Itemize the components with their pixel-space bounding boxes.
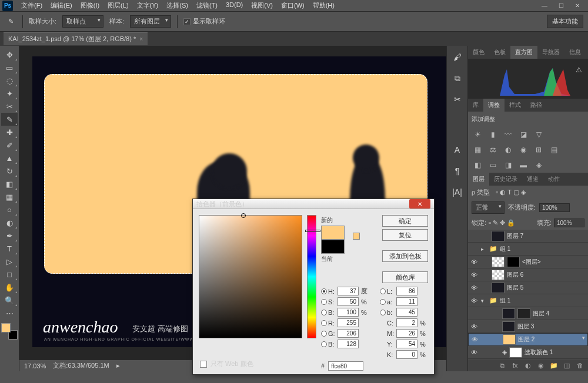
h-input[interactable]: [338, 287, 359, 295]
lock-icons[interactable]: ▫ ✎ ✥ 🔒: [489, 219, 515, 227]
zoom-tool[interactable]: 🔍: [1, 294, 18, 307]
close-button[interactable]: ✕: [569, 1, 586, 11]
s-input[interactable]: [338, 297, 359, 306]
curves-icon[interactable]: 〰: [502, 129, 514, 140]
visibility-icon[interactable]: 👁: [469, 284, 479, 291]
tab-color[interactable]: 颜色: [468, 46, 489, 59]
crop-tool[interactable]: ✂: [1, 100, 18, 113]
invert-icon[interactable]: ◧: [472, 160, 483, 170]
fill-input[interactable]: 100%: [554, 219, 584, 227]
dock-brush-icon[interactable]: 🖌: [450, 49, 465, 65]
sample-size-select[interactable]: 取样点: [62, 15, 103, 28]
layer-row[interactable]: 👁图层 6: [468, 268, 588, 281]
lasso-tool[interactable]: ◌: [1, 74, 18, 87]
l-radio[interactable]: [380, 288, 386, 294]
layer-group-row[interactable]: 👁▾📁组 1: [468, 294, 588, 307]
g-input[interactable]: [338, 329, 359, 338]
lab-b-input[interactable]: [396, 308, 417, 317]
path-select-tool[interactable]: ▷: [1, 255, 18, 268]
new-icon[interactable]: ◫: [561, 361, 573, 370]
blend-mode-select[interactable]: 正常: [472, 201, 505, 214]
hand-tool[interactable]: ✋: [1, 281, 18, 294]
current-color-swatch[interactable]: [321, 240, 345, 254]
layer-row[interactable]: 👁◈选取颜色 1: [468, 346, 588, 359]
show-ring-checkbox[interactable]: ✓ 显示取样环: [183, 17, 225, 26]
menu-edit[interactable]: 编辑(E): [47, 0, 76, 11]
status-arrow[interactable]: ▸: [116, 362, 120, 369]
vibrance-icon[interactable]: ▽: [533, 129, 544, 140]
history-brush-tool[interactable]: ↻: [1, 164, 18, 177]
menu-window[interactable]: 窗口(W): [278, 0, 308, 11]
dialog-title-bar[interactable]: 拾色器（前景色） ✕: [193, 199, 434, 209]
m-input[interactable]: [396, 329, 417, 338]
brush-tool[interactable]: ✐: [1, 139, 18, 152]
pen-tool[interactable]: ✒: [1, 229, 18, 242]
layer-row[interactable]: 图层 4: [468, 307, 588, 320]
fx-icon[interactable]: fx: [509, 361, 521, 370]
r-input[interactable]: [338, 318, 359, 327]
shape-tool[interactable]: □: [1, 268, 18, 281]
reset-button[interactable]: 复位: [382, 229, 428, 241]
visibility-icon[interactable]: 👁: [469, 271, 479, 278]
hue-cursor[interactable]: [305, 230, 320, 232]
gradient-tool[interactable]: ▦: [1, 190, 18, 203]
poster-icon[interactable]: ▭: [487, 160, 499, 170]
gradient-map-icon[interactable]: ▬: [517, 160, 529, 170]
menu-help[interactable]: 帮助(H): [309, 0, 338, 11]
saturation-field[interactable]: [199, 215, 302, 338]
color-cursor[interactable]: [241, 213, 246, 218]
color-swatches[interactable]: [1, 323, 18, 340]
dock-glyph-icon[interactable]: |A|: [450, 184, 465, 200]
opacity-input[interactable]: 100%: [539, 203, 570, 212]
visibility-icon[interactable]: 👁: [470, 336, 479, 343]
close-tab-icon[interactable]: ×: [139, 36, 143, 42]
balance-icon[interactable]: ⚖: [487, 145, 499, 155]
threshold-icon[interactable]: ◨: [502, 160, 514, 170]
photo-filter-icon[interactable]: ◉: [517, 145, 529, 155]
menu-filter[interactable]: 滤镜(T): [193, 0, 221, 11]
mask-icon[interactable]: ◐: [522, 361, 534, 370]
dock-para-icon[interactable]: ¶: [450, 163, 465, 179]
hex-input[interactable]: [328, 361, 363, 371]
y-input[interactable]: [396, 340, 417, 348]
eraser-tool[interactable]: ◧: [1, 177, 18, 190]
r-radio[interactable]: [321, 320, 327, 326]
tab-actions[interactable]: 动作: [543, 173, 564, 186]
menu-view[interactable]: 视图(V): [248, 0, 276, 11]
layer-row-selected[interactable]: 👁图层 2: [468, 333, 588, 346]
tab-channels[interactable]: 通道: [522, 173, 543, 186]
a-input[interactable]: [396, 297, 417, 306]
blue-radio[interactable]: [321, 341, 327, 347]
dock-tools-icon[interactable]: ✂: [450, 92, 465, 107]
layer-row[interactable]: 👁图层 3: [468, 320, 588, 333]
menu-layer[interactable]: 图层(L): [104, 0, 132, 11]
sample-select[interactable]: 所有图层: [130, 15, 171, 28]
exposure-icon[interactable]: ◪: [517, 129, 529, 140]
maximize-button[interactable]: ☐: [553, 1, 569, 11]
b-input[interactable]: [338, 308, 359, 317]
layer-row[interactable]: 👁图层 5: [468, 281, 588, 294]
tab-styles[interactable]: 样式: [505, 99, 526, 112]
l-input[interactable]: [396, 287, 417, 295]
eyedropper-tool[interactable]: ✎: [1, 113, 18, 126]
blur-tool[interactable]: ○: [1, 203, 18, 216]
visibility-icon[interactable]: 👁: [469, 258, 479, 266]
type-tool[interactable]: T: [1, 242, 18, 255]
visibility-icon[interactable]: 👁: [469, 349, 479, 356]
g-radio[interactable]: [321, 331, 327, 337]
link-icon[interactable]: ⧉: [496, 361, 508, 370]
gamut-swatch[interactable]: [353, 233, 360, 240]
tab-info[interactable]: 信息: [564, 46, 586, 59]
menu-3d[interactable]: 3D(D): [222, 0, 246, 11]
mixer-icon[interactable]: ⊞: [533, 145, 544, 155]
layer-group-row[interactable]: ▸📁组 1: [468, 243, 588, 256]
visibility-icon[interactable]: 👁: [469, 323, 479, 330]
tab-navigator[interactable]: 导航器: [537, 46, 564, 59]
a-radio[interactable]: [380, 299, 386, 305]
wand-tool[interactable]: ✦: [1, 87, 18, 100]
trash-icon[interactable]: 🗑: [574, 361, 586, 370]
tab-libraries[interactable]: 库: [468, 99, 483, 112]
tab-history[interactable]: 历史记录: [489, 173, 522, 186]
hue-icon[interactable]: ▦: [472, 145, 483, 155]
s-radio[interactable]: [321, 299, 327, 305]
